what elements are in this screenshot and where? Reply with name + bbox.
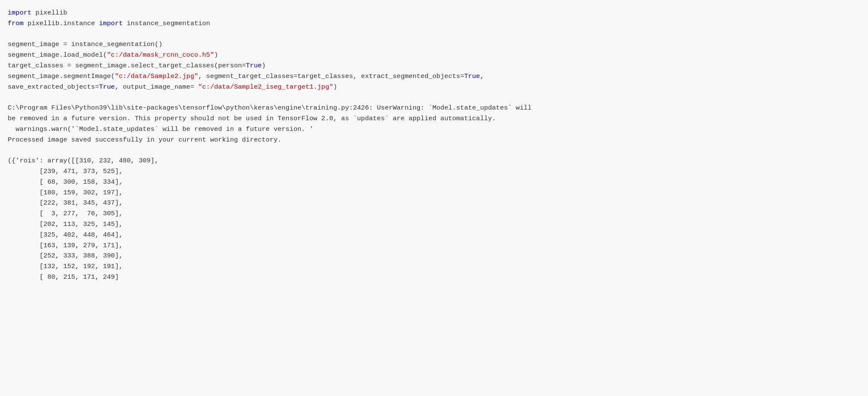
output-line: [252, 333, 388, 390],	[8, 251, 860, 261]
code-segment: [ 68, 300, 158, 334],	[8, 178, 123, 186]
output-line: [ 3, 277, 76, 305],	[8, 208, 860, 219]
output-line: [ 80, 215, 171, 249]	[8, 272, 860, 283]
code-segment: [163, 139, 279, 171],	[8, 242, 123, 249]
output-line: ({'rois': array([[310, 232, 480, 309],	[8, 156, 860, 166]
code-segment: target_classes = segment_image.select_ta…	[8, 62, 246, 69]
code-segment: warnings.warn('`Model.state_updates` wil…	[8, 125, 313, 133]
code-segment: pixellib.instance	[23, 20, 99, 27]
code-line: save_extracted_objects=True, output_imag…	[8, 82, 860, 92]
code-segment: [ 80, 215, 171, 249]	[8, 273, 119, 281]
code-segment: )	[262, 62, 265, 69]
code-segment: ({'rois': array([[310, 232, 480, 309],	[8, 157, 158, 165]
code-line: segment_image.load_model("c:/data/mask_r…	[8, 50, 860, 61]
code-line: segment_image = instance_segmentation()	[8, 39, 860, 50]
code-segment: )	[333, 83, 337, 91]
output-line: Processed image saved successfully in yo…	[8, 135, 860, 145]
output-line: C:\Program Files\Python39\lib\site-packa…	[8, 103, 860, 113]
code-segment: instance_segmentation	[123, 20, 210, 27]
code-segment: from	[8, 20, 23, 27]
code-segment: , output_image_name=	[115, 83, 198, 91]
code-segment: "c:/data/mask_rcnn_coco.h5"	[107, 51, 214, 59]
code-segment: [239, 471, 373, 525],	[8, 168, 123, 175]
code-segment: Processed image saved successfully in yo…	[8, 136, 282, 144]
code-segment: [252, 333, 388, 390],	[8, 252, 123, 260]
code-line: target_classes = segment_image.select_ta…	[8, 61, 860, 71]
code-segment: [222, 381, 345, 437],	[8, 199, 123, 207]
code-segment: [ 3, 277, 76, 305],	[8, 210, 123, 217]
code-segment: segment_image.segmentImage(	[8, 72, 115, 80]
code-segment: "c:/data/Sample2.jpg"	[115, 72, 198, 80]
output-line: [ 68, 300, 158, 334],	[8, 177, 860, 188]
blank-line	[8, 92, 860, 103]
code-segment: C:\Program Files\Python39\lib\site-packa…	[8, 104, 532, 112]
code-display: import pixellibfrom pixellib.instance im…	[8, 8, 860, 283]
code-segment: [202, 113, 325, 145],	[8, 220, 123, 228]
blank-line	[8, 145, 860, 156]
output-line: [202, 113, 325, 145],	[8, 219, 860, 230]
code-line: segment_image.segmentImage("c:/data/Samp…	[8, 71, 860, 82]
output-line: [132, 152, 192, 191],	[8, 261, 860, 272]
code-segment: [325, 402, 448, 464],	[8, 231, 123, 239]
code-segment: True	[464, 72, 480, 80]
code-segment: segment_image = instance_segmentation()	[8, 40, 163, 48]
output-line: [222, 381, 345, 437],	[8, 198, 860, 208]
output-line: be removed in a future version. This pro…	[8, 113, 860, 124]
code-line: from pixellib.instance import instance_s…	[8, 18, 860, 29]
output-line: [180, 159, 302, 197],	[8, 188, 860, 198]
code-segment: [180, 159, 302, 197],	[8, 189, 123, 197]
code-segment: pixellib	[32, 9, 67, 17]
output-line: warnings.warn('`Model.state_updates` wil…	[8, 124, 860, 135]
output-line: [163, 139, 279, 171],	[8, 240, 860, 251]
code-segment: [132, 152, 192, 191],	[8, 263, 123, 270]
code-segment: import	[99, 20, 123, 27]
code-segment: segment_image.load_model(	[8, 51, 107, 59]
code-line: import pixellib	[8, 8, 860, 18]
blank-line	[8, 29, 860, 40]
code-segment: , segment_target_classes=target_classes,…	[198, 72, 464, 80]
code-segment: save_extracted_objects=	[8, 83, 99, 91]
code-container: import pixellibfrom pixellib.instance im…	[0, 0, 868, 396]
code-segment: "c:/data/Sample2_iseg_target1.jpg"	[198, 83, 333, 91]
code-segment: import	[8, 9, 32, 17]
code-segment: be removed in a future version. This pro…	[8, 115, 496, 122]
output-line: [325, 402, 448, 464],	[8, 230, 860, 240]
code-segment: True	[246, 62, 262, 69]
code-segment: ,	[480, 72, 484, 80]
code-segment: True	[99, 83, 115, 91]
code-segment: )	[214, 51, 218, 59]
output-line: [239, 471, 373, 525],	[8, 166, 860, 177]
